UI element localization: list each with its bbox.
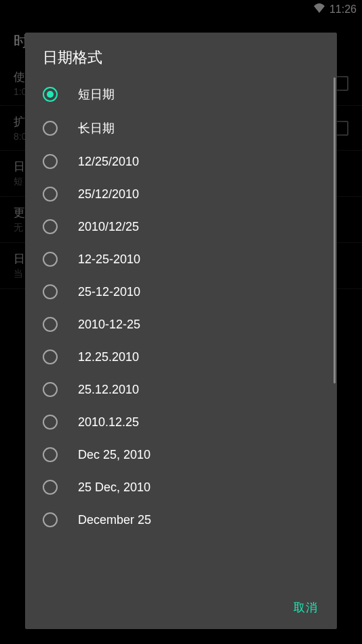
radio-option[interactable]: 2010/12/25	[25, 210, 337, 243]
radio-option[interactable]: 25/12/2010	[25, 178, 337, 210]
radio-icon	[43, 87, 58, 102]
cancel-button[interactable]: 取消	[285, 594, 326, 621]
radio-option-label: Dec 25, 2010	[78, 448, 150, 462]
radio-option[interactable]: 25.12.2010	[25, 373, 337, 406]
radio-icon	[43, 219, 58, 234]
radio-icon	[43, 252, 58, 267]
radio-option-label: 25 Dec, 2010	[78, 480, 150, 495]
scrollbar-thumb[interactable]	[334, 77, 336, 383]
radio-option[interactable]: 12.25.2010	[25, 341, 337, 373]
radio-option-label: 2010-12-25	[78, 318, 140, 332]
radio-option-label: 12-25-2010	[78, 252, 140, 267]
radio-icon	[43, 154, 58, 169]
radio-option[interactable]: 2010-12-25	[25, 308, 337, 341]
radio-option[interactable]: 25 Dec, 2010	[25, 471, 337, 504]
radio-option-label: December 25	[78, 513, 151, 527]
radio-option-label: 25-12-2010	[78, 285, 140, 299]
dialog-actions: 取消	[25, 588, 337, 629]
radio-option[interactable]: 12-25-2010	[25, 243, 337, 276]
radio-icon	[43, 187, 58, 202]
radio-option[interactable]: 25-12-2010	[25, 276, 337, 308]
radio-option[interactable]: 12/25/2010	[25, 145, 337, 178]
radio-icon	[43, 317, 58, 332]
dialog-option-list[interactable]: 短日期长日期12/25/201025/12/20102010/12/2512-2…	[25, 77, 337, 588]
radio-icon	[43, 480, 58, 495]
radio-option-label: 2010.12.25	[78, 415, 139, 430]
radio-option[interactable]: 短日期	[25, 77, 337, 111]
radio-option-label: 12.25.2010	[78, 350, 139, 364]
date-format-dialog: 日期格式 短日期长日期12/25/201025/12/20102010/12/2…	[25, 33, 337, 629]
radio-option[interactable]: 长日期	[25, 111, 337, 145]
radio-icon	[43, 415, 58, 430]
radio-option[interactable]: Dec 25, 2010	[25, 438, 337, 471]
radio-option-label: 12/25/2010	[78, 155, 139, 169]
radio-icon	[43, 284, 58, 299]
radio-option-label: 25/12/2010	[78, 187, 139, 202]
radio-option[interactable]: 2010.12.25	[25, 406, 337, 438]
radio-option-label: 25.12.2010	[78, 383, 139, 397]
radio-icon	[43, 382, 58, 397]
radio-icon	[43, 447, 58, 462]
radio-icon	[43, 121, 58, 136]
dialog-title: 日期格式	[25, 33, 337, 77]
radio-option-label: 短日期	[78, 86, 115, 102]
radio-option[interactable]: December 25	[25, 504, 337, 536]
radio-option-label: 长日期	[78, 120, 115, 136]
radio-icon	[43, 512, 58, 527]
radio-icon	[43, 349, 58, 364]
radio-option-label: 2010/12/25	[78, 220, 139, 234]
